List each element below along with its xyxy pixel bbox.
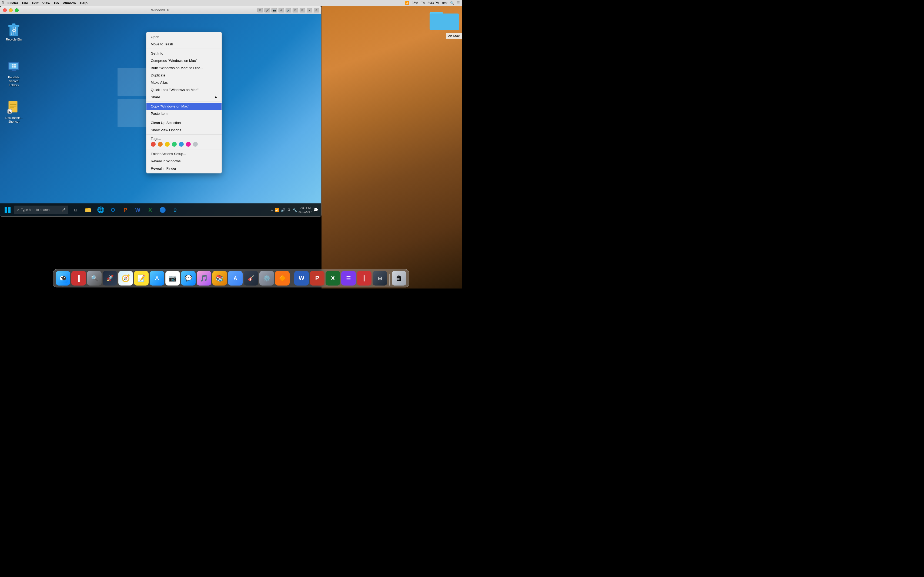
edit-menu[interactable]: Edit <box>32 1 39 5</box>
systray-network[interactable]: 📶 <box>274 208 279 212</box>
mac-folder-icon[interactable] <box>428 7 461 32</box>
file-menu[interactable]: File <box>22 1 28 5</box>
close-button[interactable] <box>3 8 7 12</box>
ctx-folder-actions[interactable]: Folder Actions Setup... <box>147 150 221 158</box>
ctx-quick-look[interactable]: Quick Look "Windows on Mac" <box>147 86 221 93</box>
action-center-icon[interactable]: 💬 <box>313 208 318 212</box>
dock-vlc[interactable]: 🔶 <box>275 271 290 285</box>
tag-yellow[interactable] <box>165 142 170 147</box>
ctx-reveal-windows[interactable]: Reveal in Windows <box>147 158 221 165</box>
dock-parallels[interactable]: ∥ <box>71 271 86 285</box>
dock-itunes[interactable]: 🎵 <box>197 271 211 285</box>
systray-volume[interactable]: 🔊 <box>281 208 285 212</box>
win10-desktop: ♻ Recycle Bin Parallels S <box>0 15 321 216</box>
mac-menubar:  Finder File Edit View Go Window Help 📶… <box>0 0 462 6</box>
vm-toolbar-btn-8[interactable]: ◄ <box>306 8 312 13</box>
finder-menu[interactable]: Finder <box>8 1 18 5</box>
ctx-duplicate[interactable]: Duplicate <box>147 72 221 79</box>
window-menu[interactable]: Window <box>63 1 76 5</box>
ctx-paste[interactable]: Paste Item <box>147 110 221 117</box>
dock-finder[interactable] <box>56 271 70 285</box>
ctx-show-view[interactable]: Show View Options <box>147 126 221 134</box>
skype-button[interactable]: 🔵 <box>157 204 168 216</box>
dock-launchpad[interactable]: 🚀 <box>103 271 117 285</box>
tag-green[interactable] <box>172 142 177 147</box>
dock-parallels-2[interactable]: ∥ <box>357 271 371 285</box>
ctx-move-to-trash[interactable]: Move to Trash <box>147 40 221 48</box>
svg-rect-23 <box>8 207 11 210</box>
vm-toolbar-btn-settings[interactable]: ⚙ <box>314 8 319 13</box>
ctx-sep-3 <box>147 118 221 118</box>
ctx-get-info[interactable]: Get Info <box>147 50 221 57</box>
dock-misc-1[interactable]: ☰ <box>341 271 356 285</box>
vm-toolbar-btn-6[interactable]: ⊡ <box>293 8 298 13</box>
ctx-open[interactable]: Open <box>147 33 221 40</box>
ie-button[interactable]: e <box>169 204 181 216</box>
vm-toolbar-btn-4[interactable]: 🖨 <box>279 8 284 13</box>
ctx-sep-2 <box>147 102 221 102</box>
search-icon[interactable]: 🔍 <box>450 1 454 5</box>
dock-spotlight[interactable]: 🔍 <box>87 271 102 285</box>
vm-toolbar-btn-5[interactable]: 🔊 <box>285 8 291 13</box>
dock-powerpoint[interactable]: P <box>310 271 324 285</box>
ctx-tags-label[interactable]: Tags... <box>151 137 217 141</box>
windows-start-button[interactable] <box>2 204 14 216</box>
vm-toolbar-btn-1[interactable]: ⊞ <box>258 8 263 13</box>
dock-stickies[interactable]: 📝 <box>134 271 148 285</box>
powerpoint-button[interactable]: P <box>120 204 131 216</box>
ctx-copy[interactable]: Copy "Windows on Mac" <box>147 103 221 110</box>
maximize-button[interactable] <box>15 8 19 12</box>
systray-monitor[interactable]: 🖥 <box>287 208 291 212</box>
dock-app-store-2[interactable]: A <box>228 271 243 285</box>
tag-orange[interactable] <box>158 142 163 147</box>
dock-trash[interactable]: 🗑 <box>392 271 406 285</box>
dock-instruments[interactable]: 🎸 <box>244 271 258 285</box>
vm-toolbar-btn-3[interactable]: 📷 <box>271 8 277 13</box>
ctx-reveal-finder[interactable]: Reveal in Finder <box>147 165 221 172</box>
svg-rect-24 <box>5 210 7 213</box>
outlook-button[interactable]: O <box>107 204 119 216</box>
word-button[interactable]: W <box>132 204 144 216</box>
tag-blue[interactable] <box>179 142 184 147</box>
documents-shortcut-icon[interactable]: Documents - Shortcut <box>3 101 24 124</box>
vm-toolbar-btn-2[interactable]: 🎤 <box>264 8 270 13</box>
dock-safari[interactable]: 🧭 <box>118 271 133 285</box>
ctx-make-alias[interactable]: Make Alias <box>147 79 221 86</box>
tag-pink[interactable] <box>186 142 191 147</box>
file-explorer-button[interactable] <box>82 204 94 216</box>
dock-word[interactable]: W <box>294 271 309 285</box>
dock-photos[interactable]: 📷 <box>165 271 180 285</box>
tag-gray[interactable] <box>193 142 198 147</box>
parallels-shared-folders-icon[interactable]: Parallels Shared Folders <box>3 60 24 87</box>
share-arrow-icon: ▶ <box>215 96 217 98</box>
go-menu[interactable]: Go <box>54 1 59 5</box>
svg-rect-12 <box>14 66 16 68</box>
dock-ibooks[interactable]: 📚 <box>212 271 227 285</box>
dock-messages[interactable]: 💬 <box>181 271 196 285</box>
vm-window: Windows 10 ⊞ 🎤 📷 🖨 🔊 ⊡ ⊟ ◄ ⚙ <box>0 6 321 217</box>
systray-wrench[interactable]: 🔧 <box>292 208 297 212</box>
apple-menu[interactable]:  <box>2 0 4 5</box>
dock-excel[interactable]: X <box>326 271 340 285</box>
ctx-compress[interactable]: Compress "Windows on Mac" <box>147 57 221 64</box>
notification-icon[interactable]: ☰ <box>457 1 460 5</box>
help-menu[interactable]: Help <box>80 1 87 5</box>
windows-search-bar[interactable]: ○ Type here to search 🎤 <box>15 206 68 214</box>
ctx-clean-up[interactable]: Clean Up Selection <box>147 119 221 126</box>
windows-clock: 2:33 PM 8/10/2017 <box>298 206 312 214</box>
dock-misc-2[interactable]: ⊞ <box>373 271 387 285</box>
view-menu[interactable]: View <box>42 1 50 5</box>
chrome-button[interactable]: 🌐 <box>95 204 106 216</box>
excel-button[interactable]: X <box>145 204 156 216</box>
dock-app-store[interactable]: A <box>150 271 164 285</box>
vm-toolbar-btn-7[interactable]: ⊟ <box>300 8 305 13</box>
systray-arrow[interactable]: ∧ <box>271 208 273 211</box>
dock-system-preferences[interactable]: ⚙️ <box>260 271 274 285</box>
recycle-bin-icon[interactable]: ♻ Recycle Bin <box>3 23 24 41</box>
tag-red[interactable] <box>151 142 156 147</box>
ctx-burn[interactable]: Burn "Windows on Mac" to Disc... <box>147 64 221 72</box>
minimize-button[interactable] <box>9 8 13 12</box>
task-view-button[interactable]: ⊡ <box>70 204 81 216</box>
ctx-sep-1 <box>147 48 221 49</box>
ctx-share[interactable]: Share ▶ <box>147 93 221 101</box>
